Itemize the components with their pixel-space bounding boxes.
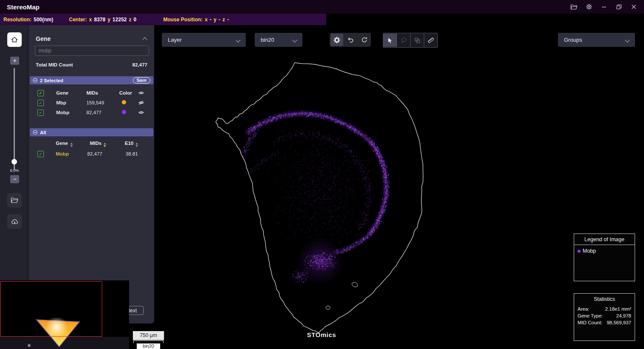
sort-icons[interactable]: [135, 143, 138, 147]
selected-section-header[interactable]: 2 Selected Save: [30, 76, 153, 84]
all-table-header: Gene MIDs E10: [29, 139, 154, 148]
settings-gear-icon[interactable]: [585, 3, 592, 11]
scale-bar-bin: bin20: [137, 343, 160, 349]
row-checkbox[interactable]: ✓: [37, 151, 44, 157]
minimap-viewport-rect[interactable]: [0, 281, 102, 337]
legend-panel: Legend of Image Mobp: [574, 234, 635, 281]
table-row[interactable]: ✓ Mobp 82,477 38.81: [29, 150, 154, 159]
save-button[interactable]: Save: [133, 77, 150, 84]
all-section-label: All: [40, 130, 46, 135]
resolution-value: 500(nm): [34, 17, 53, 23]
undo-button[interactable]: [344, 34, 357, 46]
mouse-z-axis: z: [222, 17, 225, 23]
table-row[interactable]: ✓ Mbp 159,549: [29, 99, 154, 107]
selection-tools-group: [383, 33, 438, 48]
ruler-tool-button[interactable]: [424, 34, 437, 47]
home-button[interactable]: [7, 32, 22, 47]
gene-color-dot[interactable]: [122, 110, 126, 114]
mouse-position-label: Mouse Position:: [163, 17, 203, 23]
lasso-tool-button[interactable]: [397, 34, 410, 47]
scale-bar-tick-left: [133, 340, 134, 343]
col-gene[interactable]: Gene: [56, 141, 73, 147]
zoom-in-button[interactable]: +: [10, 57, 19, 65]
open-files-button[interactable]: [7, 193, 22, 208]
chevron-down-icon: [292, 37, 297, 42]
minimap[interactable]: ▣: [0, 280, 129, 349]
tissue-viewport[interactable]: [155, 25, 644, 349]
layer-dropdown[interactable]: Layer: [162, 33, 246, 47]
collapse-section-icon[interactable]: [33, 78, 37, 83]
mouse-z-value: -: [227, 17, 229, 23]
visibility-all-icon[interactable]: [138, 90, 144, 96]
collapse-section-icon[interactable]: [33, 130, 37, 135]
select-all-checkbox[interactable]: ✓: [37, 90, 44, 96]
merge-tool-button[interactable]: [410, 34, 424, 47]
total-mid-row: Total MID Count 82,477: [36, 62, 147, 67]
statistics-panel: Statistics Area:2.18e1 mm² Gene Type:24,…: [574, 293, 635, 341]
gene-panel-title: Gene: [36, 35, 51, 42]
restore-button[interactable]: [615, 3, 622, 11]
center-z-value: 0: [133, 17, 136, 23]
scale-bar-distance: 750 μm: [133, 331, 164, 340]
resolution-label: Resolution:: [3, 17, 32, 23]
groups-dropdown[interactable]: Groups: [558, 33, 635, 47]
gene-e10: 38.81: [126, 151, 138, 156]
sort-icons[interactable]: [70, 143, 73, 147]
zoom-value: 6.0%: [0, 168, 29, 173]
center-y-axis: y: [107, 17, 110, 23]
center-z-axis: z: [129, 17, 131, 23]
export-button[interactable]: [7, 214, 22, 229]
eye-off-icon[interactable]: [138, 100, 144, 106]
minimize-button[interactable]: [600, 3, 607, 11]
open-folder-icon[interactable]: [570, 3, 578, 11]
reset-rotation-button[interactable]: [358, 34, 371, 46]
mouse-x-value: -: [210, 17, 212, 23]
mouse-x-axis: x: [205, 17, 208, 23]
col-mids[interactable]: MIDs: [90, 141, 106, 147]
ruler-icon: [427, 37, 434, 44]
center-y-value: 12252: [112, 17, 126, 23]
selected-section-label: 2 Selected: [40, 78, 63, 83]
statistics-title: Statistics: [574, 294, 635, 302]
gene-mids: 82,477: [87, 151, 102, 156]
display-settings-button[interactable]: [331, 34, 343, 46]
cursor-icon: [387, 37, 393, 44]
gene-mids: 159,549: [86, 100, 104, 105]
collapse-panel-icon[interactable]: [142, 37, 147, 42]
zoom-slider[interactable]: [14, 68, 15, 170]
close-button[interactable]: [630, 3, 637, 11]
gene-name: Mobp: [56, 110, 69, 115]
col-e10[interactable]: E10: [125, 141, 138, 147]
center-label: Center:: [69, 17, 87, 23]
zoom-out-button[interactable]: −: [10, 175, 19, 183]
total-mid-label: Total MID Count: [36, 62, 73, 67]
gene-search-input[interactable]: [35, 46, 149, 56]
title-bar: StereoMap: [0, 0, 644, 14]
gene-name: Mbp: [56, 100, 66, 105]
home-icon: [11, 36, 18, 43]
stat-mid-count: MID Count:98,569,937: [574, 319, 635, 326]
app-title: StereoMap: [0, 3, 40, 11]
scale-bar-tick-right: [163, 340, 164, 343]
gene-color-dot[interactable]: [122, 100, 126, 104]
legend-title: Legend of Image: [574, 234, 635, 245]
table-row[interactable]: ✓ Mobp 82,477: [29, 109, 154, 117]
all-section-header[interactable]: All: [30, 128, 153, 136]
chevron-down-icon: [625, 37, 630, 42]
bin-dropdown[interactable]: bin20: [255, 33, 302, 47]
gene-panel: Gene Total MID Count 82,477 2 Selected S…: [29, 25, 154, 323]
sort-icons[interactable]: [104, 143, 106, 147]
chevron-down-icon: [236, 37, 240, 42]
zoom-slider-thumb[interactable]: [12, 159, 17, 164]
row-checkbox[interactable]: ✓: [37, 110, 44, 116]
scale-bar-line: [133, 340, 164, 341]
gear-icon: [333, 36, 341, 44]
col-color: Color: [119, 90, 132, 95]
eye-icon[interactable]: [138, 110, 144, 115]
col-mids: MIDs: [86, 90, 98, 95]
mouse-y-value: -: [218, 17, 220, 23]
row-checkbox[interactable]: ✓: [37, 100, 44, 106]
stomics-watermark: STOmics: [290, 331, 354, 338]
rotate-icon: [361, 36, 368, 43]
pointer-tool-button[interactable]: [383, 34, 397, 47]
